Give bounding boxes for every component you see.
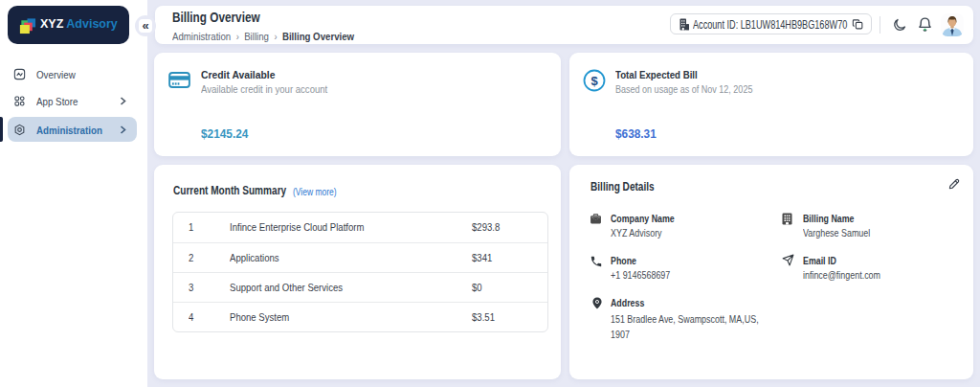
svg-text:$: $ [590, 74, 598, 88]
